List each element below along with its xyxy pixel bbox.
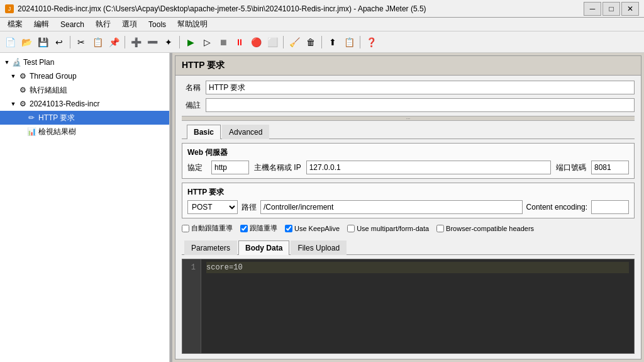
http-request-panel: HTTP 要求 名稱 備註 ··· Basic [175,55,641,359]
tab-files-upload[interactable]: Files Upload [291,240,347,255]
menu-help[interactable]: 幫助說明 [172,18,213,31]
code-content[interactable]: score=10 [201,259,634,353]
sub-tabs-bar: Parameters Body Data Files Upload [182,240,635,255]
collapse-bar[interactable]: ··· [182,116,635,121]
redis-incr-icon: ⚙ [18,99,28,109]
web-server-section: Web 伺服器 協定 主機名稱或 IP 端口號碼 [182,143,635,179]
panel-body: 名稱 備註 ··· Basic Advanced [175,76,641,359]
toolbar-toggle[interactable]: ✦ [161,35,176,50]
cb-keepalive[interactable]: Use KeepAlive [285,225,340,232]
window-controls: ─ □ ✕ [584,2,639,16]
method-select[interactable]: POST GET PUT DELETE [187,200,238,214]
comment-input[interactable] [206,98,635,112]
toolbar-stop[interactable]: ⏹ [216,35,231,50]
tab-body-data[interactable]: Body Data [238,240,289,255]
host-input[interactable] [306,161,551,174]
cb-follow-redirect[interactable]: 跟隨重導 [240,223,277,233]
menu-options[interactable]: 選項 [117,18,142,31]
cb-follow-redirect-input[interactable] [240,225,248,232]
code-line-1: score=10 [206,262,629,273]
toolbar: 📄 📂 💾 ↩ ✂ 📋 📌 ➕ ➖ ✦ ▶ ▷ ⏹ ⏸ 🔴 ⬜ 🧹 🗑 ⬆ 📋 … [0,31,644,53]
toolbar-clear-all[interactable]: 🗑 [303,35,318,50]
toolbar-shutdown[interactable]: ⏸ [232,35,247,50]
comment-label: 備註 [182,100,201,111]
sidebar-item-http-request[interactable]: ✏ HTTP 要求 [0,111,169,125]
view-results-label: 檢視結果樹 [38,127,76,137]
toolbar-clear[interactable]: 🧹 [287,35,302,50]
toolbar-save[interactable]: 💾 [35,35,50,50]
web-server-row: 協定 主機名稱或 IP 端口號碼 [187,161,629,174]
cb-browser-headers[interactable]: Browser-compatible headers [436,225,534,232]
tab-basic[interactable]: Basic [187,125,221,139]
cb-auto-redirect-input[interactable] [182,225,189,232]
path-label: 路徑 [242,202,257,213]
menu-edit[interactable]: 編輯 [29,18,54,31]
view-results-icon: 📊 [26,127,36,137]
expand-http-request[interactable] [18,113,26,122]
expand-test-plan[interactable]: ▼ [3,58,11,67]
maximize-button[interactable]: □ [602,2,620,16]
sidebar-item-redis-incr[interactable]: ▼ ⚙ 20241013-Redis-incr [0,97,169,111]
toolbar-open[interactable]: 📂 [19,35,34,50]
menu-file[interactable]: 檔案 [3,18,28,31]
port-label: 端口號碼 [556,162,586,173]
comment-row: 備註 [182,98,635,112]
body-editor[interactable]: 1 score=10 [182,259,635,354]
cb-keepalive-input[interactable] [285,225,292,232]
tab-parameters[interactable]: Parameters [184,240,237,255]
thread-group-label: Thread Group [30,72,77,81]
sidebar-item-test-plan[interactable]: ▼ 🔬 Test Plan [0,55,169,69]
name-input[interactable] [206,81,635,94]
toolbar-remote-start[interactable]: 🔴 [248,35,264,50]
redis-incr-label: 20241013-Redis-incr [30,99,99,108]
exec-group-label: 執行緒組組 [30,85,67,96]
cb-multipart[interactable]: Use multipart/form-data [347,225,429,232]
cb-auto-redirect[interactable]: 自動跟隨重導 [182,223,233,233]
protocol-input[interactable] [211,161,249,174]
http-request-label: HTTP 要求 [38,113,75,123]
toolbar-expand[interactable]: ➕ [128,35,143,50]
expand-view-results[interactable] [18,127,26,136]
toolbar-start-no-pause[interactable]: ▷ [199,35,214,50]
toolbar-revert[interactable]: ↩ [52,35,67,50]
sidebar-item-view-results[interactable]: 📊 檢視結果樹 [0,125,169,139]
name-label: 名稱 [182,82,201,93]
toolbar-start[interactable]: ▶ [183,35,198,50]
toolbar-functions[interactable]: ⬆ [325,35,340,50]
title-bar: J 20241010-Redis-incr.jmx (C:\Users\Acpa… [0,0,644,18]
minimize-button[interactable]: ─ [584,2,601,16]
toolbar-copy[interactable]: 📋 [90,35,105,50]
tab-advanced[interactable]: Advanced [222,125,269,139]
checkboxes-row: 自動跟隨重導 跟隨重導 Use KeepAlive Use multipart/… [182,222,635,234]
toolbar-remote-stop[interactable]: ⬜ [265,35,280,50]
encoding-label: Content encoding: [526,203,587,212]
menu-tools[interactable]: Tools [143,18,171,31]
expand-redis-incr[interactable]: ▼ [9,99,18,108]
menu-run[interactable]: 執行 [91,18,116,31]
cb-browser-headers-input[interactable] [436,225,444,232]
toolbar-templates[interactable]: 📋 [341,35,357,50]
port-input[interactable] [591,161,629,174]
body-editor-inner: 1 score=10 [182,259,634,353]
cb-multipart-input[interactable] [347,225,355,232]
code-text: score=10 [206,263,243,272]
host-label: 主機名稱或 IP [254,162,301,173]
menu-search[interactable]: Search [55,18,89,31]
toolbar-paste[interactable]: 📌 [106,35,121,50]
toolbar-collapse[interactable]: ➖ [145,35,160,50]
encoding-input[interactable] [591,200,629,214]
close-button[interactable]: ✕ [621,2,639,16]
expand-thread-group[interactable]: ▼ [9,72,18,81]
toolbar-cut[interactable]: ✂ [74,35,89,50]
path-input[interactable] [260,200,523,214]
toolbar-help[interactable]: ❓ [364,35,379,50]
expand-exec-group[interactable] [9,86,18,94]
web-server-title: Web 伺服器 [187,147,629,158]
sidebar-item-thread-group[interactable]: ▼ ⚙ Thread Group [0,69,169,83]
test-plan-label: Test Plan [23,58,54,67]
content-area: HTTP 要求 名稱 備註 ··· Basic [172,53,644,362]
main-tabs-bar: Basic Advanced [182,125,635,139]
method-row: POST GET PUT DELETE 路徑 Content encoding: [187,200,629,214]
toolbar-new[interactable]: 📄 [3,35,18,50]
sidebar-item-exec-group[interactable]: ⚙ 執行緒組組 [0,83,169,97]
